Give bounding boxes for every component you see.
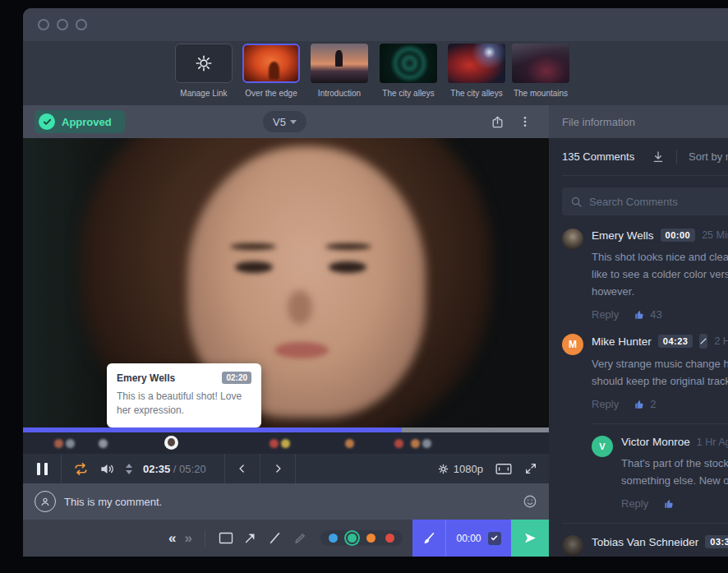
comments-count: 135 Comments xyxy=(562,150,634,163)
reply-button[interactable]: Reply xyxy=(592,398,619,410)
fullscreen-button[interactable] xyxy=(524,462,537,475)
manage-link-button[interactable]: Manage Link xyxy=(175,44,233,98)
clip-thumbnail-city-alleys-2[interactable]: The city alleys xyxy=(448,44,505,98)
timeline-marker[interactable] xyxy=(394,439,403,448)
window-control-icon[interactable] xyxy=(76,19,87,30)
comment-author[interactable]: Emery Wells xyxy=(592,229,654,242)
like-button[interactable]: 43 xyxy=(634,308,661,321)
timeline-marker-avatar[interactable] xyxy=(164,436,178,450)
color-swatch-red[interactable] xyxy=(385,534,394,543)
status-badge[interactable]: Approved xyxy=(35,110,125,133)
clip-thumbnail-over-the-edge[interactable]: Over the edge xyxy=(242,44,300,98)
comment-reply-item[interactable]: V Victor Monroe 1 Hr Ago That's part of … xyxy=(592,424,728,510)
timestamp-checkbox[interactable] xyxy=(488,532,501,545)
comment-timecode-badge[interactable]: 00:00 xyxy=(661,229,696,242)
avatar xyxy=(562,229,583,250)
reply-button[interactable]: Reply xyxy=(621,497,648,510)
timeline-marker[interactable] xyxy=(66,439,75,448)
sort-dropdown[interactable]: Sort by newest xyxy=(689,150,728,163)
annotation-color-palette xyxy=(320,530,403,546)
color-swatch-green-selected[interactable] xyxy=(348,534,357,543)
video-frame[interactable]: Emery Wells 02:20 This is a beautiful sh… xyxy=(23,138,549,427)
thumbs-up-icon xyxy=(634,309,645,321)
timeline-marker[interactable] xyxy=(281,439,290,448)
gear-icon xyxy=(438,464,449,474)
download-comments-button[interactable] xyxy=(652,150,665,164)
brush-icon xyxy=(699,337,707,345)
comment-timecode-badge[interactable]: 04:23 xyxy=(658,335,693,348)
like-button[interactable] xyxy=(663,498,675,510)
comment-timecode-badge[interactable]: 03:32 xyxy=(705,535,728,548)
undo-button[interactable]: « xyxy=(164,530,180,547)
thumbs-up-icon xyxy=(663,498,675,510)
color-swatch-orange[interactable] xyxy=(366,534,376,543)
comment-item[interactable]: Tobias Van Schneider 03:32 2 Days Ago I … xyxy=(562,524,728,557)
timeline-marker[interactable] xyxy=(422,439,431,448)
app-window: Manage Link Over the edge Introduction T… xyxy=(23,8,728,557)
previous-clip-button[interactable] xyxy=(225,454,260,483)
draw-annotation-button[interactable] xyxy=(412,520,445,557)
comment-author[interactable]: Tobias Van Schneider xyxy=(592,536,698,548)
color-swatch-blue[interactable] xyxy=(329,534,338,543)
clip-thumbnail-city-alleys-1[interactable]: The city alleys xyxy=(380,44,437,98)
send-comment-button[interactable] xyxy=(511,520,549,557)
share-icon xyxy=(491,115,505,129)
window-titlebar xyxy=(23,8,728,41)
timecode-stepper[interactable] xyxy=(126,464,132,474)
avatar: M xyxy=(562,334,583,355)
fit-screen-button[interactable] xyxy=(495,463,512,475)
pause-button[interactable] xyxy=(23,454,61,483)
timeline-marker[interactable] xyxy=(54,439,63,448)
comment-author[interactable]: Mike Hunter xyxy=(592,335,652,348)
timeline-marker-track[interactable] xyxy=(23,432,549,454)
thumbs-up-icon xyxy=(634,399,645,410)
transport-controls: 02:35 / 05:20 xyxy=(23,454,549,483)
arrow-tool-button[interactable] xyxy=(238,526,263,551)
timeline-marker[interactable] xyxy=(411,439,420,448)
check-icon xyxy=(491,534,498,542)
like-button[interactable]: 2 xyxy=(634,398,656,410)
line-icon xyxy=(268,531,282,545)
redo-button[interactable]: » xyxy=(180,530,196,547)
search-input[interactable] xyxy=(589,196,704,208)
clip-thumbnail-mountains[interactable]: The mountains xyxy=(512,44,569,98)
version-dropdown[interactable]: V5 xyxy=(263,111,306,132)
fit-screen-icon xyxy=(495,463,512,475)
avatar: V xyxy=(592,436,613,457)
comment-time-ago: 1 Hr Ago xyxy=(697,437,728,448)
version-label: V5 xyxy=(273,116,286,128)
reply-button[interactable]: Reply xyxy=(592,308,619,321)
annotation-badge[interactable] xyxy=(699,334,707,349)
comment-text: I wouldn't cut here. I guess you were xyxy=(592,555,728,557)
next-clip-button[interactable] xyxy=(260,454,295,483)
timeline-marker[interactable] xyxy=(345,439,354,448)
comment-item[interactable]: Emery Wells 00:00 25 Min Ago This shot l… xyxy=(562,215,728,321)
quality-selector[interactable]: 1080p xyxy=(438,463,483,475)
pen-tool-button[interactable] xyxy=(288,526,312,551)
volume-button[interactable] xyxy=(99,462,115,476)
comment-author[interactable]: Victor Monroe xyxy=(621,436,690,448)
search-comments-box[interactable] xyxy=(562,187,728,215)
emoji-button[interactable] xyxy=(523,494,537,509)
timeline-marker[interactable] xyxy=(99,439,108,448)
status-label: Approved xyxy=(62,116,112,128)
timestamp-toggle[interactable]: 00:00 xyxy=(445,520,511,557)
comment-input[interactable]: This is my comment. xyxy=(64,496,162,508)
comment-composer[interactable]: This is my comment. xyxy=(23,483,549,520)
loop-button[interactable] xyxy=(73,462,89,476)
more-options-button[interactable] xyxy=(513,109,537,134)
comment-item[interactable]: M Mike Hunter 04:23 2 Hrs Ago Very stran… xyxy=(562,321,728,410)
window-control-icon[interactable] xyxy=(38,19,49,30)
clip-thumbnail-introduction[interactable]: Introduction xyxy=(311,44,368,98)
share-button[interactable] xyxy=(485,109,509,134)
comment-text: That's part of the stock track b xyxy=(621,455,728,472)
timeline-marker[interactable] xyxy=(270,439,279,448)
file-information-tab[interactable]: File information xyxy=(549,105,728,138)
window-control-icon[interactable] xyxy=(57,19,68,30)
rectangle-tool-button[interactable] xyxy=(214,526,238,551)
thumbnail-label: The city alleys xyxy=(380,89,437,98)
comment-tooltip: Emery Wells 02:20 This is a beautiful sh… xyxy=(107,363,261,427)
comments-sidebar: File information 135 Comments Sort by ne… xyxy=(549,105,728,557)
line-tool-button[interactable] xyxy=(263,526,288,551)
comment-text: Very strange music change here? I th xyxy=(592,355,728,372)
